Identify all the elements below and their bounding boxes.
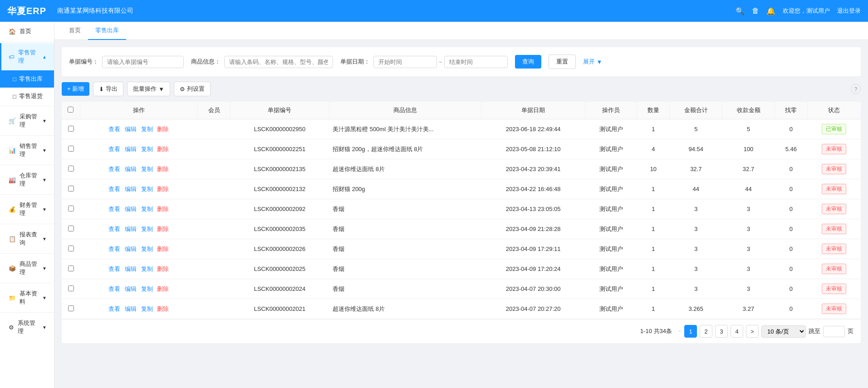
sidebar-item-retail-return[interactable]: □ 零售退货 [0,88,54,105]
sidebar-item-retail-mgmt[interactable]: 🏷 零售管理 ▲ [0,43,54,70]
copy-link[interactable]: 复制 [141,126,153,133]
row-checkbox[interactable] [68,166,74,172]
page-btn-3[interactable]: 3 [715,325,728,338]
sidebar-item-home[interactable]: 🏠 首页 [0,22,54,41]
edit-link[interactable]: 编辑 [125,246,137,252]
delete-link[interactable]: 删除 [157,206,169,212]
export-button[interactable]: ⬇ 导出 [93,82,123,96]
copy-link[interactable]: 复制 [141,186,153,192]
delete-link[interactable]: 删除 [157,146,169,152]
query-button[interactable]: 查询 [515,55,541,69]
edit-link[interactable]: 编辑 [125,166,137,172]
row-change: 0 [775,239,807,259]
row-operator: 测试用户 [585,279,637,299]
row-checkbox-cell [62,299,80,319]
view-link[interactable]: 查看 [108,226,120,232]
sidebar-item-retail-outbound[interactable]: □ 零售出库 [0,70,54,88]
edit-link[interactable]: 编辑 [125,186,137,192]
copy-link[interactable]: 复制 [141,206,153,212]
help-icon[interactable]: ? [851,84,861,94]
delete-link[interactable]: 删除 [157,166,169,172]
sidebar-item-purchase[interactable]: 🛒 采购管理 ▼ [0,107,54,134]
row-checkbox[interactable] [68,246,74,251]
tab-home[interactable]: 首页 [62,22,88,40]
delete-link[interactable]: 删除 [157,226,169,232]
view-link[interactable]: 查看 [108,285,120,292]
table-row: 查看 编辑 复制 删除 LSCK00000002092 香烟 2023-04-1… [62,199,861,219]
row-product-info: 招财猫 200g，超迷你维达面纸 8片 [329,139,481,159]
sidebar-item-sales[interactable]: 📊 销售管理 ▼ [0,137,54,164]
sidebar-sys-mgmt-label: 系统管理 [18,319,39,335]
view-link[interactable]: 查看 [108,206,120,212]
row-bill-date: 2023-06-18 22:49:44 [481,119,585,139]
reset-button[interactable]: 重置 [549,54,576,69]
view-link[interactable]: 查看 [108,146,120,152]
copy-link[interactable]: 复制 [141,226,153,232]
sidebar-item-report[interactable]: 📋 报表查询 ▼ [0,225,54,252]
delete-link[interactable]: 删除 [157,186,169,192]
edit-link[interactable]: 编辑 [125,305,137,312]
search-icon[interactable]: 🔍 [736,7,745,15]
page-btn-2[interactable]: 2 [700,325,712,338]
copy-link[interactable]: 复制 [141,285,153,292]
sidebar-item-product[interactable]: 📦 商品管理 ▼ [0,255,54,282]
delete-link[interactable]: 删除 [157,246,169,252]
page-next-btn[interactable]: > [746,325,759,338]
row-checkbox[interactable] [68,285,74,291]
copy-link[interactable]: 复制 [141,246,153,252]
view-link[interactable]: 查看 [108,305,120,312]
delete-link[interactable]: 删除 [157,285,169,292]
trash-icon[interactable]: 🗑 [752,7,759,15]
logout-btn[interactable]: 退出登录 [837,7,861,15]
row-checkbox[interactable] [68,305,74,311]
copy-link[interactable]: 复制 [141,146,153,152]
delete-link[interactable]: 删除 [157,126,169,133]
row-checkbox[interactable] [68,226,74,231]
page-btn-4[interactable]: 4 [731,325,743,338]
view-link[interactable]: 查看 [108,126,120,133]
select-all-checkbox[interactable] [68,107,74,113]
sidebar-item-sys-mgmt[interactable]: ⚙ 系统管理 ▼ [0,314,54,341]
row-checkbox[interactable] [68,186,74,192]
product-info-input[interactable] [224,56,333,68]
edit-link[interactable]: 编辑 [125,206,137,212]
edit-link[interactable]: 编辑 [125,226,137,232]
edit-link[interactable]: 编辑 [125,126,137,133]
copy-link[interactable]: 复制 [141,166,153,172]
bell-icon[interactable]: 🔔 [766,7,775,15]
copy-link[interactable]: 复制 [141,265,153,272]
page-btn-1[interactable]: 1 [684,325,697,338]
copy-link[interactable]: 复制 [141,305,153,312]
edit-link[interactable]: 编辑 [125,146,137,152]
goto-input[interactable] [823,326,845,337]
tab-retail-outbound[interactable]: 零售出库 [88,22,126,40]
view-link[interactable]: 查看 [108,246,120,252]
row-checkbox[interactable] [68,265,74,271]
sidebar-divider-4 [0,165,54,165]
view-link[interactable]: 查看 [108,186,120,192]
status-badge: 未审核 [822,224,846,234]
view-link[interactable]: 查看 [108,265,120,272]
sidebar-item-warehouse[interactable]: 🏭 仓库管理 ▼ [0,166,54,193]
row-checkbox[interactable] [68,126,74,132]
end-date-input[interactable] [444,56,508,68]
row-bill-no: LSCK00000002035 [230,219,329,239]
edit-link[interactable]: 编辑 [125,285,137,292]
delete-link[interactable]: 删除 [157,265,169,272]
row-checkbox[interactable] [68,146,74,152]
delete-link[interactable]: 删除 [157,305,169,312]
page-size-select[interactable]: 10 条/页 20 条/页 50 条/页 [761,325,806,338]
batch-button[interactable]: 批量操作 ▼ [127,82,170,96]
sidebar-item-basic-data[interactable]: 📁 基本资料 ▼ [0,284,54,311]
row-bill-no: LSCK00000002092 [230,199,329,219]
columns-button[interactable]: ⚙ 列设置 [174,82,211,96]
row-checkbox[interactable] [68,206,74,211]
new-button[interactable]: + 新增 [62,82,89,96]
expand-button[interactable]: 展开 ▼ [583,58,603,66]
edit-link[interactable]: 编辑 [125,265,137,272]
row-status: 未审核 [807,259,861,279]
bill-number-input[interactable] [102,56,184,68]
start-date-input[interactable] [373,56,437,68]
view-link[interactable]: 查看 [108,166,120,172]
sidebar-item-finance[interactable]: 💰 财务管理 ▼ [0,196,54,223]
